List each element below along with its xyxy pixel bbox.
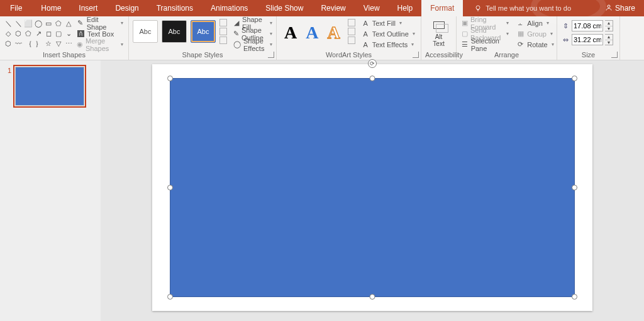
selected-rectangle-shape[interactable]: [170, 78, 575, 297]
alt-text-button[interactable]: Alt Text: [428, 18, 450, 48]
wordart-gallery[interactable]: A A A: [280, 18, 344, 43]
handle-s[interactable]: [370, 294, 375, 300]
handle-sw[interactable]: [167, 294, 173, 300]
text-box-icon: 🅰: [77, 30, 85, 38]
share-label: Share: [615, 4, 635, 13]
wordart-style-3[interactable]: A: [327, 23, 340, 43]
wordart-style-2[interactable]: A: [306, 23, 318, 43]
shapes-gallery[interactable]: ＼＼⬜◯▭⬠△ ◇⬡⬠↗◻▢⌄ ⬡〰｛｝☆▽⋯: [4, 18, 73, 48]
text-fill-button[interactable]: A Text Fill: [360, 18, 416, 28]
wordart-style-1[interactable]: A: [284, 23, 297, 43]
width-spinner[interactable]: ▲▼: [605, 34, 613, 45]
group-shapes-icon: ▦: [516, 30, 525, 38]
share-icon: [605, 4, 613, 13]
bring-forward-icon: ▣: [462, 19, 468, 27]
wordart-styles-launcher[interactable]: [413, 52, 419, 58]
text-effects-label: Text Effects: [372, 41, 408, 48]
selection-pane-button[interactable]: ☰ Selection Pane: [460, 39, 510, 50]
edit-shape-icon: ✎: [77, 19, 84, 27]
handle-nw[interactable]: [167, 76, 173, 81]
svg-point-0: [476, 6, 480, 9]
alt-text-label: Alt Text: [433, 33, 444, 47]
tell-me-search[interactable]: Tell me what you want to do: [474, 0, 571, 16]
merge-shapes-button[interactable]: ◉ Merge Shapes: [75, 39, 125, 50]
slide-thumbnail-panel: 1: [0, 60, 101, 321]
tab-insert[interactable]: Insert: [70, 0, 106, 16]
tab-view[interactable]: View: [355, 0, 389, 16]
shape-effects-label: Shape Effects: [243, 37, 266, 52]
style-tile-light[interactable]: Abc: [133, 20, 158, 43]
tab-animations[interactable]: Animations: [202, 0, 257, 16]
group-shapes-button[interactable]: ▦ Group: [515, 28, 555, 39]
shape-effects-button[interactable]: ◯ Shape Effects: [232, 39, 274, 50]
wordart-gallery-more[interactable]: [348, 19, 355, 44]
shape-height-input[interactable]: [572, 20, 603, 31]
shape-fill-icon: ◢: [233, 19, 240, 27]
text-outline-icon: A: [362, 30, 370, 38]
tab-help[interactable]: Help: [389, 0, 422, 16]
text-outline-button[interactable]: A Text Outline: [360, 28, 416, 39]
rotate-button[interactable]: ⟳ Rotate: [515, 39, 555, 50]
merge-shapes-icon: ◉: [77, 40, 83, 48]
tab-home[interactable]: Home: [32, 0, 70, 16]
text-fill-icon: A: [362, 19, 370, 27]
shape-effects-icon: ◯: [233, 40, 241, 48]
align-icon: ⫠: [516, 19, 525, 27]
slide-thumbnail-1[interactable]: [15, 67, 84, 106]
edit-shape-label: Edit Shape: [87, 16, 117, 31]
group-label-size: Size: [561, 51, 616, 60]
svg-point-1: [608, 5, 610, 8]
lightbulb-icon: [474, 4, 482, 12]
group-shapes-label: Group: [527, 30, 547, 38]
align-button[interactable]: ⫠ Align: [515, 18, 555, 28]
thumbnail-index: 1: [8, 67, 11, 106]
tab-review[interactable]: Review: [312, 0, 354, 16]
tab-format[interactable]: Format: [421, 0, 463, 16]
selection-pane-label: Selection Pane: [471, 37, 509, 52]
height-icon: ⇕: [561, 21, 570, 30]
tab-slideshow[interactable]: Slide Show: [257, 0, 312, 16]
group-label-insert-shapes: Insert Shapes: [4, 51, 125, 60]
shape-style-gallery[interactable]: Abc Abc Abc: [133, 18, 216, 43]
group-label-arrange: Arrange: [460, 51, 553, 60]
edit-shape-button[interactable]: ✎ Edit Shape: [75, 18, 125, 28]
shape-outline-icon: ✎: [233, 30, 239, 38]
selection-pane-icon: ☰: [462, 40, 469, 48]
group-label-accessibility: Accessibility: [425, 51, 452, 60]
height-spinner[interactable]: ▲▼: [605, 20, 613, 31]
handle-e[interactable]: [572, 185, 577, 191]
share-button[interactable]: Share: [596, 0, 644, 16]
text-fill-label: Text Fill: [372, 20, 396, 27]
style-tile-dark[interactable]: Abc: [162, 20, 187, 43]
slide[interactable]: ⟳: [152, 64, 592, 311]
tab-design[interactable]: Design: [106, 0, 147, 16]
text-effects-icon: A: [362, 40, 370, 48]
text-effects-button[interactable]: A Text Effects: [360, 39, 416, 50]
handle-se[interactable]: [572, 294, 577, 300]
align-label: Align: [527, 20, 542, 27]
handle-ne[interactable]: [572, 76, 577, 81]
handle-n[interactable]: [370, 76, 375, 81]
width-icon: ⇔: [561, 35, 570, 44]
size-launcher[interactable]: [611, 52, 618, 58]
slide-canvas-area[interactable]: ⟳: [101, 60, 644, 321]
group-label-wordart-styles: WordArt Styles: [280, 51, 417, 60]
rotate-label: Rotate: [527, 41, 547, 48]
shape-styles-launcher[interactable]: [268, 52, 274, 58]
tab-file[interactable]: File: [0, 0, 32, 16]
alt-text-icon: [432, 18, 446, 32]
rotation-handle[interactable]: ⟳: [368, 59, 377, 68]
shape-width-input[interactable]: [572, 34, 603, 45]
style-tile-blue[interactable]: Abc: [191, 20, 216, 43]
tab-transitions[interactable]: Transitions: [148, 0, 202, 16]
merge-shapes-label: Merge Shapes: [86, 37, 117, 52]
text-outline-label: Text Outline: [372, 30, 409, 38]
send-backward-icon: ▢: [462, 30, 468, 38]
style-gallery-more[interactable]: [219, 19, 227, 44]
rotate-icon: ⟳: [516, 40, 525, 48]
handle-w[interactable]: [167, 185, 173, 191]
tell-me-placeholder: Tell me what you want to do: [486, 4, 571, 12]
group-label-shape-styles: Shape Styles: [133, 51, 272, 60]
